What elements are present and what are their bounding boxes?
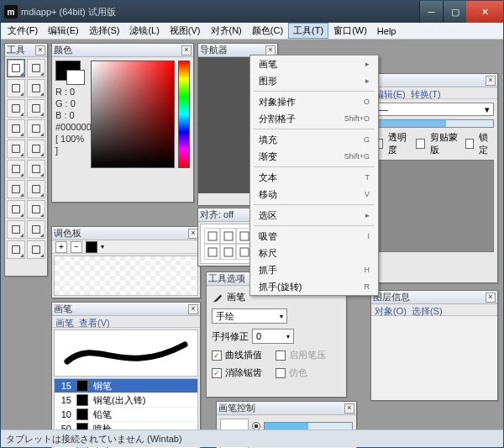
dither-checkbox[interactable] (276, 368, 286, 378)
menu-文件(F)[interactable]: 文件(F) (3, 23, 43, 39)
align-off-icon[interactable] (204, 228, 220, 244)
menu-编辑(E)[interactable]: 编辑(E) (43, 23, 84, 39)
menu-item-对象操作[interactable]: 对象操作O (250, 93, 378, 110)
smudge-tool[interactable] (7, 99, 25, 118)
tab-object[interactable]: 对象(O) (375, 305, 407, 315)
menu-颜色(C)[interactable]: 颜色(C) (247, 23, 288, 39)
tab-view[interactable]: 查看(V) (79, 317, 110, 327)
menu-item-文本[interactable]: 文本T (250, 169, 378, 186)
brush-row[interactable]: 10铅笔 (55, 408, 197, 422)
blur-tool[interactable] (27, 119, 45, 138)
brush-tool[interactable] (7, 59, 25, 77)
stabilizer-label: 手抖修正 (212, 330, 249, 343)
svg-rect-9 (33, 145, 40, 153)
menu-item-分割格子[interactable]: 分割格子Shift+O (250, 110, 378, 127)
menu-item-标尺[interactable]: 标尺 (250, 245, 378, 261)
menu-item-抓手[interactable]: 抓手H (250, 261, 378, 278)
panel-close-button[interactable]: × (486, 293, 496, 303)
hand-tool[interactable] (27, 180, 45, 198)
svg-rect-25 (224, 248, 233, 256)
align-grid-icon[interactable] (220, 228, 236, 244)
ellipse-tool[interactable] (27, 140, 45, 158)
menu-视图(V)[interactable]: 视图(V) (165, 23, 206, 39)
panel-close-button[interactable]: × (344, 403, 354, 414)
antialias-checkbox[interactable] (212, 368, 222, 378)
eraser-tool[interactable] (27, 79, 45, 98)
palette-current-chip[interactable] (86, 241, 97, 253)
tab-select[interactable]: 选择(S) (412, 305, 443, 315)
background-swatch[interactable] (66, 70, 85, 85)
tab-brush[interactable]: 画笔 (55, 317, 74, 327)
minimize-button[interactable]: ─ (419, 1, 443, 23)
ruler-tool[interactable] (27, 220, 45, 239)
pen-pressure-checkbox[interactable] (276, 350, 286, 361)
svg-rect-14 (13, 206, 20, 213)
palette-grid[interactable] (54, 256, 198, 296)
brush-row[interactable]: 15铜笔(出入锋) (55, 393, 197, 408)
menu-item-填充[interactable]: 填充G (250, 131, 378, 148)
chevron-down-icon[interactable]: ▾ (101, 243, 104, 250)
panel-close-button[interactable]: × (265, 45, 276, 55)
clipmask-checkbox[interactable] (416, 139, 424, 149)
svg-rect-2 (13, 85, 20, 92)
menu-item-抓手(旋转)[interactable]: 抓手(旋转)R (250, 278, 378, 295)
panel-close-button[interactable]: × (181, 45, 192, 55)
move-tool[interactable] (7, 180, 25, 198)
menu-工具(T)[interactable]: 工具(T) (288, 23, 328, 39)
menu-item-图形[interactable]: 图形▸ (250, 72, 378, 89)
wand-tool[interactable] (27, 160, 45, 178)
menu-Help[interactable]: Help (372, 24, 402, 38)
menu-窗口(W)[interactable]: 窗口(W) (328, 23, 372, 39)
stabilizer-select[interactable]: 0▾ (252, 329, 294, 344)
rect-tool[interactable] (7, 140, 25, 158)
svg-rect-10 (13, 166, 20, 173)
curve-interp-checkbox[interactable] (212, 350, 222, 361)
lock-checkbox[interactable] (465, 139, 474, 149)
text-tool[interactable] (7, 119, 25, 138)
panel-close-button[interactable]: × (188, 304, 198, 314)
close-button[interactable]: ✕ (466, 1, 503, 23)
svg-rect-22 (240, 232, 249, 240)
svg-rect-5 (33, 105, 40, 113)
menu-选择(S)[interactable]: 选择(S) (84, 23, 125, 39)
draw-mode-select[interactable]: 手绘▾ (212, 308, 287, 324)
tab-edit[interactable]: 编辑(E) (375, 88, 406, 98)
menu-item-吸管[interactable]: 吸管I (250, 228, 378, 245)
blend-mode-select[interactable]: —▾ (375, 103, 494, 116)
palette-add-button[interactable]: + (55, 241, 67, 253)
menu-对齐(N)[interactable]: 对齐(N) (206, 23, 247, 39)
menu-滤镜(L)[interactable]: 滤镜(L) (124, 23, 164, 39)
bucket-tool[interactable] (7, 200, 25, 219)
menu-item-移动[interactable]: 移动V (250, 186, 378, 203)
align-h-icon[interactable] (204, 244, 220, 260)
color-field[interactable] (91, 61, 175, 168)
dropper-tool[interactable] (27, 99, 45, 118)
menu-item-渐变[interactable]: 渐变Shift+G (250, 148, 378, 165)
statusbar: タブレットは接続されていません (Wintab) (1, 430, 503, 447)
zoom-tool[interactable] (7, 240, 25, 259)
foreground-swatch[interactable] (55, 61, 81, 81)
brush-row[interactable]: 15铜笔 (55, 379, 197, 393)
tab-transform[interactable]: 转换(T) (411, 88, 441, 98)
pencil-tool[interactable] (27, 59, 45, 77)
crop-tool[interactable] (7, 220, 25, 239)
panel-close-button[interactable]: × (486, 76, 496, 86)
menubar: 文件(F)编辑(E)选择(S)滤镜(L)视图(V)对齐(N)颜色(C)工具(T)… (1, 23, 503, 40)
layer-opacity-slider[interactable] (375, 119, 494, 128)
gradient-tool[interactable] (27, 200, 45, 219)
menu-item-画笔[interactable]: 画笔▸ (250, 55, 378, 72)
palette-remove-button[interactable]: − (71, 241, 82, 253)
svg-rect-8 (13, 145, 20, 153)
layer-list[interactable] (371, 316, 497, 400)
rotate-tool[interactable] (27, 240, 45, 259)
tools-dropdown: 画笔▸图形▸对象操作O分割格子Shift+O填充G渐变Shift+G文本T移动V… (249, 55, 379, 296)
align-v-icon[interactable] (220, 244, 236, 260)
panel-edit-transform: × 编辑(E) 转换(T) —▾ 透明度 剪贴蒙版 锁定 (370, 73, 498, 283)
maximize-button[interactable]: ▢ (443, 1, 466, 23)
pen-tool[interactable] (7, 79, 25, 98)
panel-close-button[interactable]: × (35, 45, 45, 55)
svg-rect-20 (208, 232, 217, 240)
lasso-tool[interactable] (7, 160, 25, 178)
hue-slider[interactable] (178, 61, 190, 168)
menu-item-选区[interactable]: 选区▸ (250, 207, 378, 224)
